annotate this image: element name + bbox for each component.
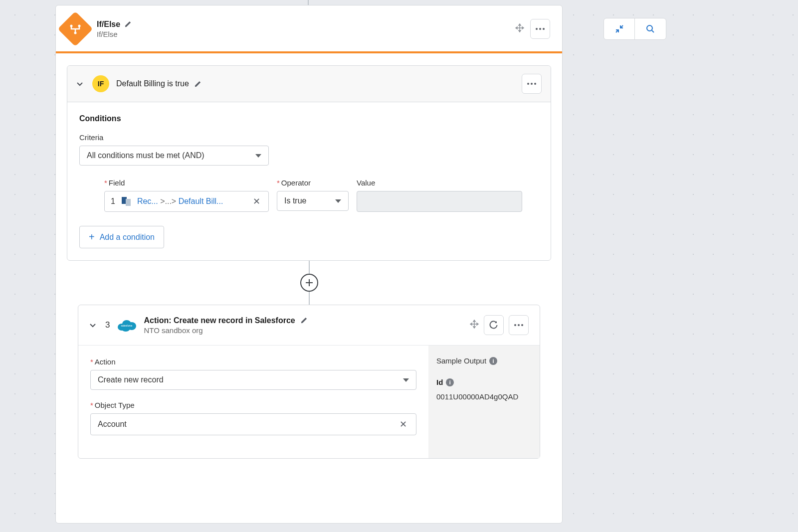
- svg-point-0: [70, 25, 73, 27]
- if-branch-title: Default Billing is true: [116, 79, 189, 88]
- action-header: 3 salesforce Action: Create new record i…: [78, 305, 540, 346]
- move-icon[interactable]: [470, 320, 479, 331]
- svg-point-16: [514, 324, 516, 326]
- canvas-toolbar: [603, 18, 666, 40]
- chevron-down-icon: [255, 154, 261, 158]
- ifelse-title-row: If/Else: [97, 20, 515, 29]
- refresh-button[interactable]: [484, 315, 504, 335]
- object-type-group: *Object Type Account ✕: [90, 401, 416, 435]
- salesforce-icon: salesforce: [117, 318, 137, 332]
- action-card: 3 salesforce Action: Create new record i…: [78, 305, 540, 459]
- netsuite-icon: [120, 195, 132, 207]
- field-path: Rec... >...> Default Bill...: [137, 197, 246, 206]
- chevron-down-icon[interactable]: [89, 321, 98, 330]
- object-type-input[interactable]: Account ✕: [90, 413, 416, 435]
- step-connector: [56, 261, 562, 305]
- action-subtitle: NTO sandbox org: [144, 326, 463, 335]
- svg-text:salesforce: salesforce: [121, 324, 133, 327]
- svg-rect-10: [126, 199, 131, 206]
- conditions-heading: Conditions: [79, 114, 539, 123]
- ifelse-header: If/Else If/Else: [56, 5, 562, 53]
- more-button[interactable]: [509, 315, 529, 335]
- action-select[interactable]: Create new record: [90, 370, 416, 390]
- svg-point-19: [647, 25, 652, 31]
- ifelse-subtitle: If/Else: [97, 30, 515, 38]
- ifelse-panel: If/Else If/Else: [55, 5, 563, 524]
- step-number: 3: [105, 320, 110, 330]
- svg-point-2: [74, 32, 77, 34]
- clear-icon[interactable]: ✕: [251, 196, 262, 207]
- svg-point-6: [527, 83, 529, 85]
- ifelse-title: If/Else: [97, 20, 120, 29]
- more-button[interactable]: [530, 19, 550, 39]
- value-column: Value: [357, 178, 522, 212]
- more-button[interactable]: [522, 74, 542, 94]
- operator-label: *Operator: [277, 178, 349, 187]
- svg-point-1: [78, 25, 81, 27]
- criteria-value: All conditions must be met (AND): [87, 151, 204, 160]
- if-branch-card: IF Default Billing is true Conditions Cr…: [67, 65, 551, 261]
- search-button[interactable]: [635, 18, 666, 39]
- action-title: Action: Create new record in Salesforce: [144, 316, 295, 325]
- ifelse-header-controls: [515, 19, 550, 39]
- action-body: *Action Create new record *Object Type A…: [78, 346, 540, 458]
- collapse-button[interactable]: [604, 18, 635, 39]
- criteria-select[interactable]: All conditions must be met (AND): [79, 146, 269, 166]
- plus-icon: +: [89, 231, 95, 243]
- operator-column: *Operator Is true: [277, 178, 349, 212]
- edit-icon[interactable]: [194, 80, 201, 88]
- ifelse-title-block: If/Else If/Else: [97, 20, 515, 38]
- svg-point-8: [534, 83, 536, 85]
- svg-point-5: [543, 28, 545, 30]
- field-label: *Field: [104, 178, 269, 187]
- id-value: 0011U00000AD4g0QAD: [436, 392, 532, 401]
- if-branch-header: IF Default Billing is true: [67, 66, 551, 102]
- edit-icon[interactable]: [300, 317, 308, 324]
- action-title-row: Action: Create new record in Salesforce: [144, 316, 463, 325]
- ifelse-icon: [58, 11, 93, 47]
- sample-output-heading: Sample Output i: [436, 356, 532, 365]
- criteria-label: Criteria: [79, 133, 539, 142]
- operator-select[interactable]: Is true: [277, 191, 349, 211]
- move-icon[interactable]: [515, 23, 524, 35]
- value-input: [357, 191, 522, 212]
- object-type-value: Account: [98, 420, 127, 429]
- info-icon[interactable]: i: [489, 357, 497, 365]
- value-label: Value: [357, 178, 522, 187]
- svg-point-4: [539, 28, 541, 30]
- clear-icon[interactable]: ✕: [398, 419, 409, 430]
- svg-point-3: [536, 28, 538, 30]
- id-label-row: Id i: [436, 378, 532, 386]
- chevron-down-icon[interactable]: [76, 79, 85, 88]
- if-badge: IF: [92, 75, 109, 92]
- action-form: *Action Create new record *Object Type A…: [78, 346, 428, 458]
- field-column: *Field 1 Rec... >...> Default Bi: [104, 178, 269, 212]
- action-value: Create new record: [98, 375, 164, 384]
- info-icon[interactable]: i: [446, 378, 454, 386]
- operator-value: Is true: [284, 196, 306, 205]
- action-field-group: *Action Create new record: [90, 357, 416, 390]
- chevron-down-icon: [335, 199, 341, 203]
- edit-icon[interactable]: [124, 20, 132, 28]
- object-type-label: *Object Type: [90, 401, 416, 409]
- add-condition-label: Add a condition: [100, 233, 155, 242]
- field-input[interactable]: 1 Rec... >...> Default Bill...: [104, 191, 269, 212]
- chevron-down-icon: [403, 378, 409, 382]
- if-branch-title-row: Default Billing is true: [116, 79, 515, 88]
- action-label: *Action: [90, 357, 416, 366]
- add-step-button[interactable]: [300, 274, 318, 292]
- action-title-block: Action: Create new record in Salesforce …: [144, 316, 463, 335]
- add-condition-button[interactable]: + Add a condition: [79, 226, 164, 248]
- svg-point-18: [521, 324, 523, 326]
- svg-point-7: [531, 83, 533, 85]
- action-controls: [470, 315, 529, 335]
- condition-row: *Field 1 Rec... >...> Default Bi: [79, 178, 539, 212]
- if-branch-body: Conditions Criteria All conditions must …: [67, 102, 551, 260]
- sample-output-panel: Sample Output i Id i 0011U00000AD4g0QAD: [428, 346, 540, 458]
- top-connector-line: [308, 0, 309, 5]
- condition-number: 1: [111, 197, 115, 206]
- svg-point-17: [518, 324, 520, 326]
